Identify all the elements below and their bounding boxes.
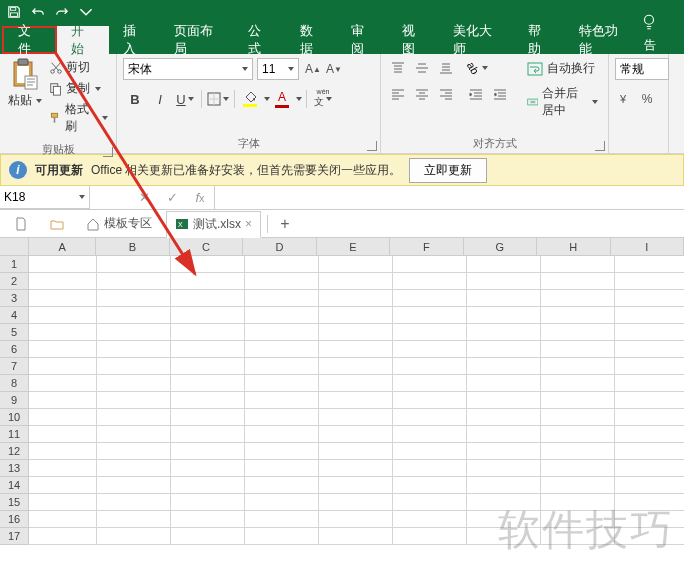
cell[interactable]	[615, 273, 684, 290]
row-header[interactable]: 4	[0, 307, 29, 324]
col-header[interactable]: A	[29, 238, 97, 256]
grow-font-button[interactable]: A▲	[303, 58, 323, 80]
cell[interactable]	[615, 375, 684, 392]
cell[interactable]	[245, 511, 319, 528]
align-left-button[interactable]	[387, 84, 409, 104]
cell[interactable]	[541, 409, 615, 426]
underline-button[interactable]: U	[173, 88, 197, 110]
row-header[interactable]: 17	[0, 528, 29, 545]
tab-special[interactable]: 特色功能	[565, 26, 640, 54]
cell[interactable]	[29, 443, 97, 460]
tab-view[interactable]: 视图	[388, 26, 439, 54]
italic-button[interactable]: I	[148, 88, 172, 110]
col-header[interactable]: E	[317, 238, 390, 256]
font-color-dropdown[interactable]	[296, 97, 302, 101]
cell[interactable]	[171, 460, 245, 477]
cell[interactable]	[319, 528, 393, 545]
cell[interactable]	[541, 256, 615, 273]
cell[interactable]	[171, 443, 245, 460]
workbook-tab-active[interactable]: X 测试.xlsx ×	[166, 211, 261, 238]
cell[interactable]	[393, 477, 467, 494]
cell[interactable]	[467, 273, 541, 290]
cell[interactable]	[615, 460, 684, 477]
cell[interactable]	[245, 409, 319, 426]
col-header[interactable]: D	[243, 238, 316, 256]
border-button[interactable]	[206, 88, 230, 110]
cell[interactable]	[319, 392, 393, 409]
cell[interactable]	[615, 477, 684, 494]
new-file-tab[interactable]	[6, 213, 36, 235]
row-header[interactable]: 9	[0, 392, 29, 409]
cell[interactable]	[541, 443, 615, 460]
cell[interactable]	[393, 494, 467, 511]
cell[interactable]	[97, 324, 171, 341]
cell[interactable]	[393, 375, 467, 392]
cell[interactable]	[319, 324, 393, 341]
tab-help[interactable]: 帮助	[514, 26, 565, 54]
cell[interactable]	[393, 443, 467, 460]
cell[interactable]	[615, 528, 684, 545]
tab-page-layout[interactable]: 页面布局	[160, 26, 235, 54]
cell[interactable]	[29, 273, 97, 290]
cell[interactable]	[541, 324, 615, 341]
clipboard-launcher[interactable]	[103, 147, 113, 157]
cell[interactable]	[467, 290, 541, 307]
cell[interactable]	[245, 392, 319, 409]
cell[interactable]	[541, 290, 615, 307]
percent-format-button[interactable]: %	[637, 88, 657, 110]
cell[interactable]	[467, 477, 541, 494]
select-all-corner[interactable]	[0, 238, 29, 256]
row-header[interactable]: 12	[0, 443, 29, 460]
cell[interactable]	[393, 307, 467, 324]
decrease-indent-button[interactable]	[465, 84, 487, 104]
cell[interactable]	[393, 341, 467, 358]
cell[interactable]	[615, 290, 684, 307]
row-header[interactable]: 15	[0, 494, 29, 511]
row-header[interactable]: 16	[0, 511, 29, 528]
cell[interactable]	[97, 426, 171, 443]
cell[interactable]	[541, 511, 615, 528]
cell[interactable]	[467, 307, 541, 324]
cell[interactable]	[319, 273, 393, 290]
cell[interactable]	[319, 375, 393, 392]
tab-formula[interactable]: 公式	[234, 26, 285, 54]
open-folder-tab[interactable]	[42, 213, 72, 235]
cell[interactable]	[541, 528, 615, 545]
cell[interactable]	[467, 443, 541, 460]
cell[interactable]	[29, 290, 97, 307]
cell[interactable]	[541, 375, 615, 392]
row-header[interactable]: 13	[0, 460, 29, 477]
save-icon[interactable]	[6, 4, 22, 20]
cell[interactable]	[245, 477, 319, 494]
cell[interactable]	[467, 494, 541, 511]
fill-color-dropdown[interactable]	[264, 97, 270, 101]
cell[interactable]	[615, 307, 684, 324]
cell[interactable]	[615, 341, 684, 358]
cell[interactable]	[393, 324, 467, 341]
cell[interactable]	[29, 409, 97, 426]
tab-file[interactable]: 文件	[2, 26, 57, 54]
cell[interactable]	[171, 511, 245, 528]
row-header[interactable]: 8	[0, 375, 29, 392]
phonetic-button[interactable]: wén 文	[311, 88, 335, 110]
cell[interactable]	[319, 409, 393, 426]
cell[interactable]	[467, 392, 541, 409]
cell[interactable]	[97, 460, 171, 477]
cell[interactable]	[97, 409, 171, 426]
cell[interactable]	[467, 358, 541, 375]
cell[interactable]	[29, 460, 97, 477]
cell[interactable]	[245, 341, 319, 358]
bold-button[interactable]: B	[123, 88, 147, 110]
cell[interactable]	[319, 426, 393, 443]
cell[interactable]	[615, 256, 684, 273]
cell[interactable]	[615, 358, 684, 375]
cell[interactable]	[393, 273, 467, 290]
tell-me[interactable]: 告	[640, 13, 684, 54]
col-header[interactable]: B	[96, 238, 169, 256]
format-painter-button[interactable]: 格式刷	[47, 100, 110, 136]
cell[interactable]	[97, 528, 171, 545]
cell[interactable]	[541, 273, 615, 290]
cell[interactable]	[615, 494, 684, 511]
cell[interactable]	[97, 290, 171, 307]
close-tab-icon[interactable]: ×	[245, 217, 252, 231]
